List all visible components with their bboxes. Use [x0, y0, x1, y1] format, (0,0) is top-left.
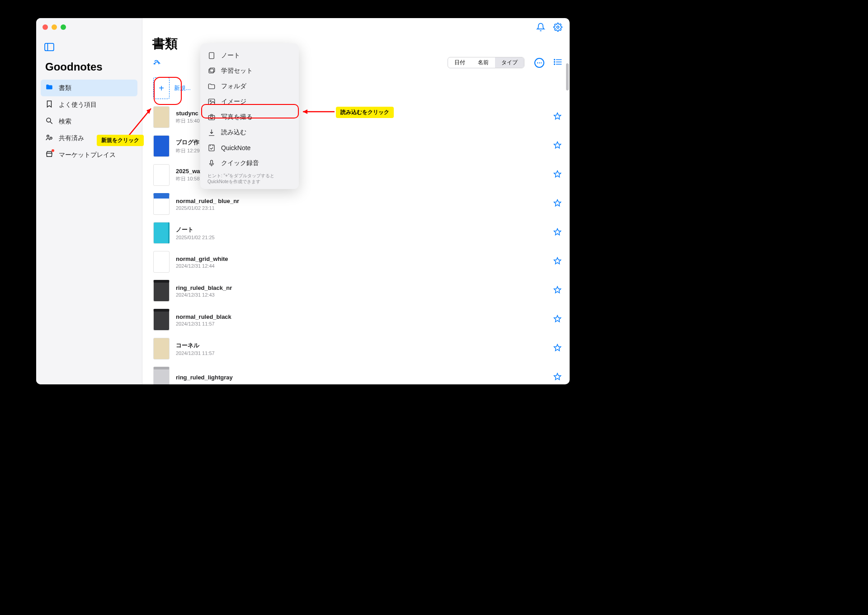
document-row[interactable]: ring_ruled_lightgray: [142, 363, 570, 384]
document-info: normal_grid_white 2024/12/31 12:44: [176, 255, 547, 269]
favorite-star-icon[interactable]: [553, 199, 561, 209]
menu-item-study-set[interactable]: 学習セット: [203, 63, 296, 79]
document-meta: 2024/12/31 12:44: [176, 263, 547, 269]
svg-point-12: [554, 64, 555, 65]
sidebar-item-label: 検索: [59, 118, 71, 126]
document-meta: 2024/12/31 11:57: [176, 350, 547, 356]
menu-item-quick-record[interactable]: クイック録音: [203, 156, 296, 171]
menu-item-image[interactable]: イメージ: [203, 94, 296, 109]
document-info: ring_ruled_black_nr 2024/12/31 12:43: [176, 284, 547, 298]
svg-rect-25: [210, 68, 215, 72]
svg-marker-22: [554, 374, 561, 380]
plus-icon: +: [153, 77, 170, 99]
menu-item-take-photo[interactable]: 写真を撮る: [203, 109, 296, 125]
sidebar: Goodnotes 書類よく使う項目検索共有済みマーケットプレイス: [36, 18, 142, 384]
sort-segmented-control[interactable]: 日付名前タイプ: [448, 57, 524, 68]
new-label: 新規...: [174, 84, 191, 92]
folder-icon: [45, 83, 53, 93]
favorite-star-icon[interactable]: [553, 170, 561, 180]
document-row[interactable]: ring_ruled_black_nr 2024/12/31 12:43: [142, 276, 570, 305]
svg-line-3: [50, 122, 52, 124]
menu-item-label: イメージ: [221, 98, 246, 106]
svg-rect-30: [209, 145, 214, 151]
document-thumbnail: [153, 309, 170, 331]
topbar: [142, 18, 570, 33]
favorite-star-icon[interactable]: [553, 257, 561, 267]
document-info: ring_ruled_lightgray: [176, 374, 547, 382]
svg-rect-31: [211, 160, 213, 164]
favorite-star-icon[interactable]: [553, 344, 561, 354]
document-meta: 2024/12/31 11:57: [176, 321, 547, 326]
document-info: コーネル 2024/12/31 11:57: [176, 341, 547, 356]
document-title: normal_ruled_black: [176, 313, 547, 320]
sidebar-item-label: マーケットプレイス: [59, 151, 116, 159]
svg-rect-24: [209, 69, 214, 73]
cloud-sync-icon[interactable]: [152, 58, 161, 67]
favorite-star-icon[interactable]: [553, 315, 561, 325]
svg-marker-14: [554, 142, 561, 148]
document-meta: 2025/01/02 21:25: [176, 235, 547, 240]
svg-marker-18: [554, 258, 561, 264]
favorite-star-icon[interactable]: [553, 141, 561, 151]
gear-icon[interactable]: [553, 23, 562, 33]
document-thumbnail: [153, 193, 170, 215]
document-meta: 2025/01/02 23:11: [176, 205, 547, 211]
document-row[interactable]: normal_grid_white 2024/12/31 12:44: [142, 247, 570, 276]
menu-item-folder[interactable]: フォルダ: [203, 79, 296, 94]
document-info: normal_ruled_ blue_nr 2025/01/02 23:11: [176, 198, 547, 211]
svg-marker-16: [554, 200, 561, 206]
svg-marker-15: [554, 171, 561, 177]
favorite-star-icon[interactable]: [553, 286, 561, 296]
menu-item-quicknote[interactable]: QuickNote: [203, 140, 296, 156]
document-row[interactable]: コーネル 2024/12/31 11:57: [142, 334, 570, 363]
document-row[interactable]: ノート 2025/01/02 21:25: [142, 218, 570, 247]
annotation-bubble-import: 読み込むをクリック: [336, 107, 394, 118]
bell-icon[interactable]: [536, 23, 545, 33]
traffic-lights[interactable]: [42, 24, 66, 30]
document-title: ノート: [176, 226, 547, 234]
favorite-star-icon[interactable]: [553, 228, 561, 238]
scrollbar[interactable]: [566, 63, 569, 90]
svg-point-4: [47, 135, 49, 137]
document-info: ノート 2025/01/02 21:25: [176, 226, 547, 240]
document-row[interactable]: normal_ruled_ blue_nr 2025/01/02 23:11: [142, 189, 570, 218]
document-row[interactable]: normal_ruled_black 2024/12/31 11:57: [142, 305, 570, 334]
document-title: normal_ruled_ blue_nr: [176, 198, 547, 204]
sidebar-item-folder[interactable]: 書類: [41, 80, 137, 96]
close-icon[interactable]: [42, 24, 48, 30]
svg-point-6: [557, 26, 559, 28]
document-meta: 2024/12/31 12:43: [176, 292, 547, 298]
more-options-button[interactable]: ⋯: [534, 58, 544, 68]
menu-item-import[interactable]: 読み込む: [203, 125, 296, 140]
sort-option-2[interactable]: タイプ: [495, 57, 524, 68]
menu-item-label: フォルダ: [221, 82, 246, 90]
bookmark-icon: [45, 100, 53, 109]
document-thumbnail: [153, 280, 170, 302]
sidebar-item-marketplace[interactable]: マーケットプレイス: [41, 147, 137, 163]
document-thumbnail: [153, 338, 170, 360]
svg-marker-19: [554, 287, 561, 293]
document-info: normal_ruled_black 2024/12/31 11:57: [176, 313, 547, 326]
sort-option-0[interactable]: 日付: [448, 57, 472, 68]
sidebar-toggle-icon[interactable]: [44, 43, 54, 53]
svg-marker-17: [554, 229, 561, 235]
menu-item-label: 写真を撮る: [221, 113, 253, 121]
favorite-star-icon[interactable]: [553, 373, 561, 383]
list-view-icon[interactable]: [553, 58, 562, 68]
annotation-bubble-new: 新規をクリック: [97, 135, 144, 146]
document-thumbnail: [153, 222, 170, 244]
sidebar-item-label: よく使う項目: [59, 101, 97, 109]
menu-item-note[interactable]: ノート: [203, 48, 296, 63]
menu-item-label: クイック録音: [221, 159, 259, 167]
menu-item-label: QuickNote: [221, 144, 250, 151]
new-dropdown-menu: ノート学習セットフォルダイメージ写真を撮る読み込むQuickNoteクイック録音…: [200, 43, 299, 189]
svg-point-11: [554, 62, 555, 62]
svg-point-27: [210, 100, 211, 102]
svg-rect-23: [209, 52, 214, 59]
dropdown-hint: ヒント: "+"をダブルタップするとQuickNoteを作成できます: [203, 171, 296, 185]
sort-option-1[interactable]: 名前: [472, 57, 495, 68]
fullscreen-icon[interactable]: [61, 24, 66, 30]
minimize-icon[interactable]: [52, 24, 57, 30]
sidebar-item-label: 共有済み: [59, 134, 84, 142]
favorite-star-icon[interactable]: [553, 112, 561, 122]
